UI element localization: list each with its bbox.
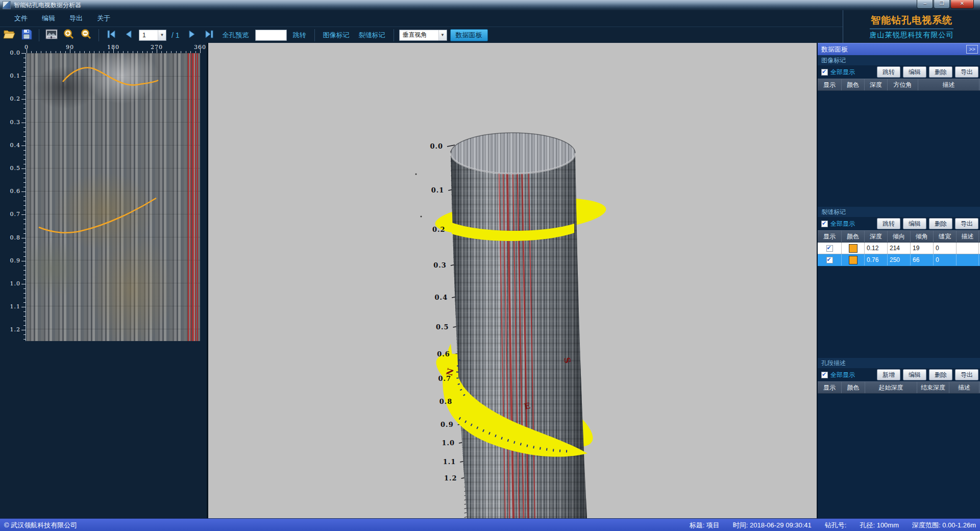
hole-sections-button-0[interactable]: 新增 [877, 369, 900, 380]
zoom-in-icon [63, 28, 75, 42]
azimuth-major-tick [70, 49, 70, 53]
image-markers-button-1[interactable]: 编辑 [903, 66, 926, 78]
fracture-markers-button-0[interactable]: 跳转 [877, 218, 900, 229]
depth-minor-tick [23, 302, 26, 303]
borehole-3d-viewport[interactable]: NES 0.00.10.20.30.40.50.60.70.80.91.01.1… [208, 43, 817, 518]
image-markers-button-3[interactable]: 导出 [955, 66, 978, 78]
hole-sections-button-3[interactable]: 导出 [955, 369, 978, 380]
fracture-markers-button-2[interactable]: 删除 [929, 218, 952, 229]
first-page-icon [106, 29, 117, 41]
section-controls-fracture-markers: 全部显示跳转编辑删除导出 [818, 217, 980, 230]
depth-minor-tick [23, 81, 26, 81]
depth-tick-label: 0.2 [7, 95, 20, 102]
fracture-markers-button-1[interactable]: 编辑 [903, 218, 926, 229]
jump-depth-input[interactable] [255, 30, 287, 41]
last-page-button[interactable] [202, 29, 216, 42]
app-window: { "window": {"title": "智能钻孔电视数据分析器", "mi… [0, 0, 980, 531]
depth-minor-tick [23, 325, 26, 326]
collapse-panel-button[interactable]: >> [966, 45, 978, 54]
menu-item-0[interactable]: 文件 [14, 14, 28, 23]
section-title-fracture-markers: 裂缝标记 [818, 207, 980, 217]
close-button[interactable]: ✕ [950, 0, 974, 9]
depth-minor-tick [23, 247, 26, 248]
depth-minor-tick [23, 252, 26, 252]
minimize-button[interactable]: – [917, 0, 933, 9]
depth-tick-label: 0.3 [7, 119, 20, 126]
column-header: 显示 [818, 79, 842, 90]
depth-minor-tick [23, 108, 26, 109]
image-marker-link[interactable]: 图像标记 [323, 31, 350, 40]
menu-item-1[interactable]: 编辑 [42, 14, 55, 23]
3d-depth-label: 0.0 [430, 142, 443, 150]
image-markers-button-0[interactable]: 跳转 [877, 66, 900, 78]
image-adjust-button[interactable] [44, 29, 59, 42]
depth-major-tick [21, 284, 26, 284]
3d-depth-label: 0.8 [439, 398, 453, 405]
depth-major-tick [21, 330, 26, 330]
depth-tick-label: 0.8 [7, 234, 20, 241]
chevron-down-icon[interactable]: ▼ [438, 30, 447, 40]
depth-minor-tick [23, 298, 26, 298]
column-header: 颜色 [842, 382, 865, 393]
zoom-out-button[interactable] [79, 29, 93, 42]
menu-item-3[interactable]: 关于 [97, 14, 110, 23]
table-body-hole-sections [818, 394, 980, 518]
depth-minor-tick [23, 233, 26, 234]
depth-minor-tick [23, 118, 26, 118]
toolbar-separator [39, 29, 39, 41]
fracture-markers-button-3[interactable]: 导出 [955, 218, 978, 229]
view-mode-value: 垂直视角 [400, 31, 438, 39]
folder-open-icon [3, 29, 15, 41]
depth-minor-tick [23, 187, 26, 187]
hole-sections-button-1[interactable]: 编辑 [903, 369, 926, 380]
show-all-checkbox[interactable] [821, 69, 828, 76]
3d-depth-label: 1.0 [442, 439, 455, 447]
row-checkbox[interactable] [826, 245, 833, 252]
show-all-checkbox[interactable] [821, 221, 828, 227]
status-item-3: 孔径: 100mm [860, 521, 899, 530]
azimuth-major-tick [157, 49, 157, 53]
fracture-marker-link[interactable]: 裂缝标记 [359, 31, 385, 40]
page-number-select[interactable]: 1 ▼ [139, 30, 166, 41]
branding-block: 智能钻孔电视系统 唐山莱锐思科技有限公司 [843, 10, 980, 43]
open-file-button[interactable] [2, 29, 16, 42]
first-page-button[interactable] [104, 29, 118, 42]
show-all-checkbox[interactable] [821, 372, 828, 378]
save-button[interactable] [19, 29, 34, 42]
image-markers-button-2[interactable]: 删除 [929, 66, 952, 78]
jump-link[interactable]: 跳转 [293, 31, 306, 40]
page-number-value: 1 [139, 32, 158, 39]
table-row[interactable]: 0.76250660 [818, 254, 980, 266]
hole-sections-button-2[interactable]: 删除 [929, 369, 952, 380]
row-show-cell [818, 254, 842, 266]
maximize-button[interactable]: ❐ [934, 0, 950, 9]
show-all-label: 全部显示 [830, 220, 855, 228]
depth-minor-tick [23, 94, 26, 95]
depth-tick-label: 1.2 [7, 326, 20, 333]
depth-minor-tick [23, 113, 26, 114]
column-header: 方位角 [888, 79, 918, 90]
view-mode-select[interactable]: 垂直视角 ▼ [399, 30, 447, 41]
panel-sections: 图像标记全部显示跳转编辑删除导出显示颜色深度方位角描述裂缝标记全部显示跳转编辑删… [818, 55, 980, 518]
next-page-button[interactable] [185, 29, 199, 42]
depth-minor-tick [23, 85, 26, 86]
table-row[interactable]: 0.12214190 [818, 243, 980, 254]
borehole-cylinder[interactable] [451, 133, 587, 518]
unwrapped-borehole-viewer: 090180270360 0.00.10.20.30.40.50.60.70.8… [0, 43, 208, 518]
depth-major-tick [21, 123, 26, 123]
depth-minor-tick [23, 159, 26, 160]
chevron-down-icon[interactable]: ▼ [158, 30, 166, 40]
depth-minor-tick [23, 201, 26, 201]
row-checkbox[interactable] [826, 257, 833, 263]
menu-item-2[interactable]: 导出 [69, 14, 83, 23]
copyright-label: © 武汉领航科技有限公司 [4, 521, 77, 530]
prev-page-button[interactable] [121, 29, 136, 42]
save-icon [21, 29, 32, 41]
row-cell [957, 254, 979, 266]
depth-tick-label: 0.7 [7, 211, 20, 218]
data-panel-toggle-button[interactable]: 数据面板 [450, 29, 488, 41]
zoom-in-button[interactable] [62, 29, 76, 42]
app-icon [3, 1, 11, 9]
row-cell: 250 [888, 254, 911, 266]
full-hole-preview-link[interactable]: 全孔预览 [223, 31, 249, 40]
